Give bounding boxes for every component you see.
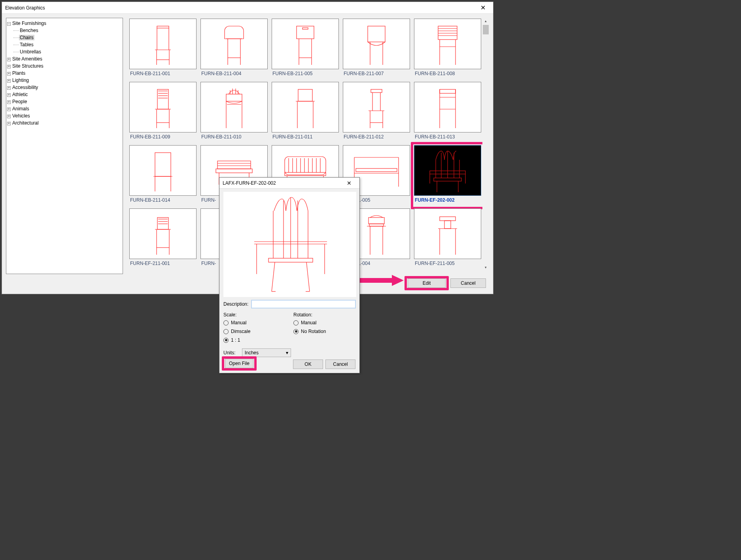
units-row: Units: Inches ▾ xyxy=(223,348,355,357)
svg-rect-44 xyxy=(298,89,312,101)
sub-titlebar: LAFX-FURN-EF-202-002 ✕ xyxy=(219,178,359,189)
tree-node-label: Accessibility xyxy=(11,85,39,90)
sub-cancel-button[interactable]: Cancel xyxy=(325,359,355,369)
svg-rect-108 xyxy=(369,224,384,226)
grid-item-selected[interactable]: FURN-EF-202-002 xyxy=(414,145,482,206)
svg-rect-55 xyxy=(440,89,456,93)
radio-label: 1 : 1 xyxy=(231,337,240,343)
tree-leaf[interactable]: Umbrellas xyxy=(13,48,122,55)
open-file-highlight: Open File xyxy=(222,356,257,371)
tree-node-label: Umbrellas xyxy=(19,49,42,55)
tree-branch[interactable]: +Lighting xyxy=(7,77,122,84)
grid-item[interactable]: FURN-EB-211-010 xyxy=(200,82,268,143)
grid-item[interactable]: FURN-EB-211-009 xyxy=(129,82,197,143)
scale-dimscale-radio[interactable]: Dimscale xyxy=(223,327,285,336)
svg-rect-80 xyxy=(285,172,326,176)
grid-item-label: FURN-EB-211-005 xyxy=(272,69,340,79)
svg-rect-94 xyxy=(434,178,461,181)
tree-node-label: Benches xyxy=(19,28,39,33)
grid-item-label: FURN-EF-202-002 xyxy=(414,196,482,206)
grid-item[interactable]: FURN-EB-211-014 xyxy=(129,145,197,206)
scale-group: Scale: Manual Dimscale 1 : 1 xyxy=(223,310,285,344)
svg-rect-113 xyxy=(444,221,451,229)
tree-branch[interactable]: +Architectural xyxy=(7,119,122,127)
tree-leaf[interactable]: Chairs xyxy=(13,34,122,41)
radio-label: Manual xyxy=(231,320,246,325)
svg-rect-0 xyxy=(157,26,169,28)
tree-branch[interactable]: +Plants xyxy=(7,70,122,77)
rotation-none-radio[interactable]: No Rotation xyxy=(293,327,355,336)
grid-item[interactable]: FURN-EB-211-007 xyxy=(343,19,411,79)
expand-icon[interactable]: + xyxy=(7,65,11,68)
svg-line-127 xyxy=(306,262,310,291)
grid-item[interactable]: FURN-EB-211-011 xyxy=(272,82,340,143)
svg-rect-107 xyxy=(369,218,384,224)
grid-item[interactable]: FURN-EB-211-005 xyxy=(272,19,340,79)
open-file-button[interactable]: Open File xyxy=(225,359,253,368)
tree-branch[interactable]: +People xyxy=(7,98,122,105)
cancel-button[interactable]: Cancel xyxy=(450,278,486,288)
tree-branch[interactable]: +Athletic xyxy=(7,91,122,98)
grid-item-label: FURN-EB-211-010 xyxy=(200,132,268,143)
radio-label: No Rotation xyxy=(301,329,326,334)
svg-line-126 xyxy=(272,262,275,291)
collapse-icon[interactable]: − xyxy=(7,22,11,26)
expand-icon[interactable]: + xyxy=(7,72,11,76)
rotation-label: Rotation: xyxy=(293,312,355,318)
tree-node-label: Athletic xyxy=(11,92,28,97)
tree-branch[interactable]: +Site Structures xyxy=(7,62,122,70)
category-tree[interactable]: −Site Furnishings Benches Chairs Tables … xyxy=(6,18,123,274)
grid-item[interactable]: FURN-EB-211-001 xyxy=(129,19,197,79)
close-icon[interactable]: ✕ xyxy=(476,4,490,11)
window-title: Elevation Graphics xyxy=(5,5,476,11)
grid-item[interactable]: FURN-EB-211-004 xyxy=(200,19,268,79)
tree-branch[interactable]: +Animals xyxy=(7,105,122,112)
scroll-up-icon[interactable]: ▴ xyxy=(482,18,489,25)
tree-branch[interactable]: +Accessibility xyxy=(7,84,122,91)
expand-icon[interactable]: + xyxy=(7,86,11,90)
expand-icon[interactable]: + xyxy=(7,100,11,104)
grid-item-label: FURN-EB-211-014 xyxy=(129,196,197,206)
scale-1to1-radio[interactable]: 1 : 1 xyxy=(223,336,285,344)
rotation-group: Rotation: Manual No Rotation xyxy=(293,310,355,344)
tree-branch[interactable]: +Site Amenities xyxy=(7,55,122,62)
scroll-down-icon[interactable]: ▾ xyxy=(482,264,489,271)
expand-icon[interactable]: + xyxy=(7,108,11,111)
tree-node-label: Plants xyxy=(11,70,26,76)
edit-button[interactable]: Edit xyxy=(408,278,446,288)
grid-item-label: FURN-EB-211-009 xyxy=(129,132,197,143)
expand-icon[interactable]: + xyxy=(7,58,11,61)
scroll-thumb[interactable] xyxy=(483,25,489,34)
close-icon[interactable]: ✕ xyxy=(342,180,356,186)
grid-item-label: FURN-EB-211-011 xyxy=(272,132,340,143)
tree-root[interactable]: −Site Furnishings xyxy=(7,20,122,27)
grid-item[interactable]: FURN-EF-211-001 xyxy=(129,208,197,269)
tree-leaf[interactable]: Benches xyxy=(13,27,122,34)
units-dropdown[interactable]: Inches ▾ xyxy=(242,348,291,357)
expand-icon[interactable]: + xyxy=(7,93,11,97)
grid-item[interactable]: FURN-EB-211-012 xyxy=(343,82,411,143)
tree-leaf[interactable]: Tables xyxy=(13,41,122,48)
scale-manual-radio[interactable]: Manual xyxy=(223,318,285,327)
svg-rect-11 xyxy=(297,26,314,39)
tree-node-label: Lighting xyxy=(11,78,30,83)
rotation-manual-radio[interactable]: Manual xyxy=(293,318,355,327)
tree-node-label: Site Amenities xyxy=(11,56,43,62)
sub-ok-button[interactable]: OK xyxy=(293,359,323,369)
grid-item[interactable]: FURN-EF-211-005 xyxy=(414,208,482,269)
tree-branch[interactable]: +Vehicles xyxy=(7,112,122,119)
tree-node-label: Site Structures xyxy=(11,63,44,69)
grid-item-label: FURN-EF-211-005 xyxy=(414,259,482,269)
svg-rect-64 xyxy=(217,161,251,169)
grid-item[interactable]: FURN-EB-211-013 xyxy=(414,82,482,143)
radio-label: Manual xyxy=(301,320,316,325)
expand-icon[interactable]: + xyxy=(7,115,11,118)
detail-properties-dialog: LAFX-FURN-EF-202-002 ✕ Description: xyxy=(219,177,360,373)
svg-rect-87 xyxy=(356,168,397,172)
expand-icon[interactable]: + xyxy=(7,79,11,83)
grid-item[interactable]: FURN-EB-211-008 xyxy=(414,19,482,79)
description-input[interactable] xyxy=(251,300,355,308)
expand-icon[interactable]: + xyxy=(7,122,11,125)
sub-window-title: LAFX-FURN-EF-202-002 xyxy=(223,180,342,186)
vertical-scrollbar[interactable]: ▴ ▾ xyxy=(482,18,489,271)
